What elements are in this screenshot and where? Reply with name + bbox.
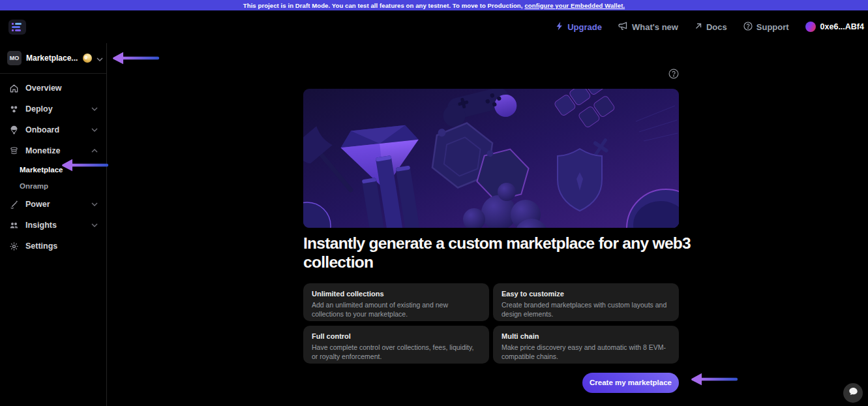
chevron-up-icon [91, 149, 98, 153]
feature-cards: Unlimited collections Add an unlimited a… [303, 283, 679, 364]
help-icon[interactable] [668, 69, 679, 79]
page-title: Instantly generate a custom marketplace … [303, 234, 721, 272]
project-selector[interactable]: MO Marketplace... [0, 43, 106, 74]
sidebar-item-label: Settings [25, 242, 57, 251]
wallet-menu[interactable]: 0xe6...ABf4 [805, 22, 864, 32]
sidebar-item-insights[interactable]: Insights [0, 215, 106, 236]
chevron-down-icon [91, 223, 98, 227]
sidebar-item-marketplace[interactable]: Marketplace [0, 161, 106, 178]
docs-label: Docs [706, 22, 727, 32]
sidebar-item-monetize[interactable]: Monetize [0, 140, 106, 161]
sidebar-subitem-label: Onramp [20, 182, 48, 190]
configure-wallet-link[interactable]: configure your Embedded Wallet. [524, 2, 625, 9]
users-icon [8, 221, 19, 230]
card-unlimited-collections: Unlimited collections Add an unlimited a… [303, 283, 489, 321]
banner-text: This project is in Draft Mode. You can t… [243, 2, 523, 9]
whats-new-label: What's new [632, 22, 678, 32]
app-window: This project is in Draft Mode. You can t… [0, 0, 868, 406]
header-nav: Upgrade What's new Docs [556, 22, 864, 33]
card-title: Easy to customize [501, 290, 670, 298]
main-content: Instantly generate a custom marketplace … [107, 43, 868, 406]
home-icon [8, 84, 19, 93]
docs-button[interactable]: Docs [695, 22, 727, 32]
speech-bubble-icon [848, 387, 858, 399]
card-easy-to-customize: Easy to customize Create branded marketp… [493, 283, 679, 321]
card-multi-chain: Multi chain Make price discovery easy an… [493, 326, 679, 364]
sidebar-nav: Overview Deploy [0, 74, 106, 257]
card-title: Multi chain [501, 332, 670, 340]
header: Upgrade What's new Docs [0, 10, 868, 43]
gold-moon-emoji [83, 54, 92, 63]
whats-new-button[interactable]: What's new [618, 22, 678, 33]
support-label: Support [756, 22, 789, 32]
sidebar: MO Marketplace... Overview [0, 43, 107, 406]
chevron-down-icon [91, 128, 98, 132]
card-title: Unlimited collections [312, 290, 481, 298]
question-circle-icon [743, 22, 753, 33]
sidebar-item-label: Deploy [25, 104, 53, 114]
wallet-avatar [805, 22, 816, 32]
card-body: Make price discovery easy and automatic … [501, 343, 670, 361]
sidebar-item-label: Overview [25, 84, 62, 93]
support-button[interactable]: Support [743, 22, 789, 33]
chevron-down-icon [91, 107, 98, 111]
sidebar-item-label: Onboard [25, 125, 59, 134]
sidebar-item-overview[interactable]: Overview [0, 78, 106, 99]
sidebar-item-settings[interactable]: Settings [0, 236, 106, 257]
arrow-up-right-icon [695, 22, 702, 32]
sidebar-item-label: Power [25, 200, 50, 209]
parachute-icon [8, 125, 19, 135]
sidebar-subitem-label: Marketplace [20, 166, 63, 174]
cubes-icon [8, 104, 19, 114]
lightning-icon [556, 22, 563, 33]
console-logo-icon[interactable] [8, 20, 26, 35]
card-body: Add an unlimited amount of existing and … [312, 300, 481, 319]
gear-icon [8, 242, 19, 251]
create-marketplace-button[interactable]: Create my marketplace [582, 373, 679, 393]
sidebar-item-deploy[interactable]: Deploy [0, 99, 106, 119]
upgrade-label: Upgrade [567, 22, 602, 32]
draft-mode-banner: This project is in Draft Mode. You can t… [0, 0, 868, 10]
sidebar-item-onramp[interactable]: Onramp [0, 178, 106, 194]
megaphone-icon [618, 22, 628, 33]
project-initials-badge: MO [7, 51, 22, 65]
wallet-address: 0xe6...ABf4 [820, 22, 864, 31]
sidebar-item-onboard[interactable]: Onboard [0, 119, 106, 140]
wand-icon [8, 200, 19, 210]
card-body: Create branded marketplaces with custom … [501, 300, 670, 319]
card-body: Have complete control over collections, … [312, 343, 481, 361]
sidebar-item-label: Monetize [25, 146, 60, 155]
chevron-down-icon [97, 52, 103, 64]
card-full-control: Full control Have complete control over … [303, 326, 489, 364]
card-title: Full control [312, 332, 481, 340]
coins-icon [8, 146, 19, 156]
chat-widget-button[interactable] [843, 383, 863, 403]
chevron-down-icon [91, 202, 98, 206]
sidebar-item-power[interactable]: Power [0, 194, 106, 215]
sidebar-item-label: Insights [25, 221, 57, 230]
hero-illustration [303, 89, 679, 228]
upgrade-button[interactable]: Upgrade [556, 22, 602, 33]
project-name: Marketplace... [26, 54, 78, 63]
